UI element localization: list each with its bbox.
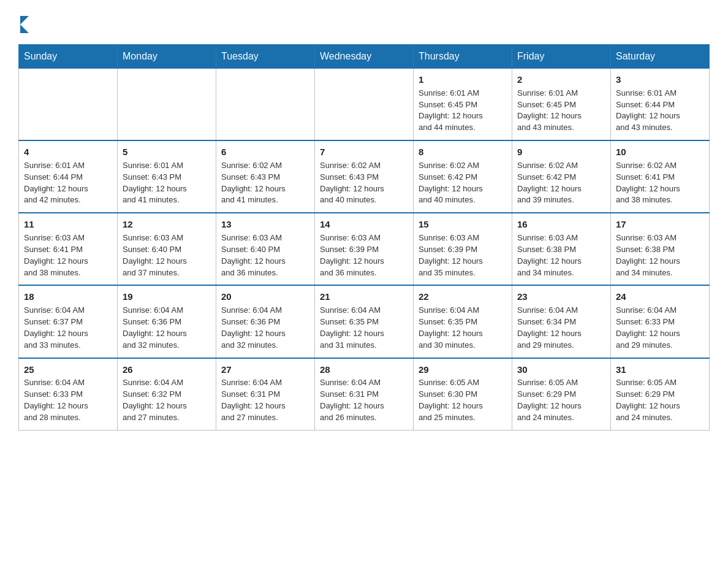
day-info-line: and 40 minutes. (320, 194, 408, 206)
day-info-line: and 24 minutes. (517, 412, 605, 424)
weekday-header-monday: Monday (118, 45, 216, 69)
day-info-line: Daylight: 12 hours (419, 256, 507, 267)
day-info-line: Sunset: 6:30 PM (419, 389, 507, 400)
day-number: 16 (517, 218, 605, 231)
day-info-line: Daylight: 12 hours (616, 328, 704, 340)
day-info-line: Sunrise: 6:02 AM (221, 160, 309, 172)
day-number: 31 (616, 363, 704, 377)
day-info-line: Sunrise: 6:02 AM (517, 160, 605, 172)
day-info-line: Sunrise: 6:04 AM (24, 377, 112, 389)
day-number: 19 (123, 290, 211, 304)
day-info-line: Daylight: 12 hours (320, 400, 408, 412)
day-info-line: Daylight: 12 hours (123, 328, 211, 340)
calendar-cell (216, 69, 315, 141)
day-info-line: Sunset: 6:40 PM (221, 244, 309, 256)
calendar-table: SundayMondayTuesdayWednesdayThursdayFrid… (18, 44, 710, 431)
day-info-line: Sunrise: 6:03 AM (419, 232, 507, 244)
calendar-cell: 29Sunrise: 6:05 AMSunset: 6:30 PMDayligh… (414, 358, 512, 431)
day-number: 21 (320, 290, 408, 304)
day-info-line: Sunset: 6:31 PM (320, 389, 408, 400)
day-number: 28 (320, 363, 408, 377)
day-number: 17 (616, 218, 704, 231)
day-number: 20 (221, 290, 309, 304)
calendar-cell: 6Sunrise: 6:02 AMSunset: 6:43 PMDaylight… (216, 140, 315, 213)
weekday-header-row: SundayMondayTuesdayWednesdayThursdayFrid… (19, 45, 710, 69)
day-info-line: Sunset: 6:41 PM (616, 172, 704, 183)
day-info-line: Sunset: 6:44 PM (24, 172, 112, 183)
calendar-cell (315, 69, 414, 141)
day-info-line: and 24 minutes. (616, 412, 704, 424)
calendar-cell: 12Sunrise: 6:03 AMSunset: 6:40 PMDayligh… (118, 213, 216, 285)
day-info-line: and 30 minutes. (419, 340, 507, 351)
day-info-line: Daylight: 12 hours (419, 183, 507, 195)
day-info-line: Sunset: 6:29 PM (517, 389, 605, 400)
day-info-line: Sunrise: 6:04 AM (221, 377, 309, 389)
day-info-line: and 26 minutes. (320, 412, 408, 424)
day-number: 26 (123, 363, 211, 377)
day-info-line: Sunset: 6:32 PM (123, 389, 211, 400)
day-number: 27 (221, 363, 309, 377)
day-number: 29 (419, 363, 507, 377)
calendar-cell (118, 69, 216, 141)
calendar-cell: 14Sunrise: 6:03 AMSunset: 6:39 PMDayligh… (315, 213, 414, 285)
day-info-line: Sunrise: 6:02 AM (419, 160, 507, 172)
day-info-line: Daylight: 12 hours (517, 328, 605, 340)
day-info-line: Sunset: 6:45 PM (517, 99, 605, 111)
day-info-line: and 25 minutes. (419, 412, 507, 424)
day-info-line: Sunset: 6:43 PM (123, 172, 211, 183)
logo (18, 15, 29, 33)
day-info-line: Daylight: 12 hours (616, 400, 704, 412)
weekday-header-friday: Friday (512, 45, 611, 69)
day-info-line: and 35 minutes. (419, 267, 507, 279)
calendar-cell: 31Sunrise: 6:05 AMSunset: 6:29 PMDayligh… (611, 358, 710, 431)
calendar-cell: 19Sunrise: 6:04 AMSunset: 6:36 PMDayligh… (118, 285, 216, 358)
day-number: 18 (24, 290, 112, 304)
calendar-cell: 10Sunrise: 6:02 AMSunset: 6:41 PMDayligh… (611, 140, 710, 213)
day-info-line: Sunrise: 6:03 AM (221, 232, 309, 244)
weekday-header-wednesday: Wednesday (315, 45, 414, 69)
calendar-cell: 27Sunrise: 6:04 AMSunset: 6:31 PMDayligh… (216, 358, 315, 431)
day-number: 23 (517, 290, 605, 304)
day-info-line: Sunrise: 6:02 AM (320, 160, 408, 172)
day-info-line: Daylight: 12 hours (320, 183, 408, 195)
calendar-cell: 23Sunrise: 6:04 AMSunset: 6:34 PMDayligh… (512, 285, 611, 358)
calendar-cell: 16Sunrise: 6:03 AMSunset: 6:38 PMDayligh… (512, 213, 611, 285)
day-number: 7 (320, 145, 408, 159)
day-info-line: Daylight: 12 hours (517, 256, 605, 267)
day-info-line: Daylight: 12 hours (320, 256, 408, 267)
day-info-line: Daylight: 12 hours (517, 183, 605, 195)
day-info-line: Sunrise: 6:01 AM (517, 88, 605, 99)
day-number: 5 (123, 145, 211, 159)
day-info-line: Sunset: 6:35 PM (320, 316, 408, 328)
day-info-line: Daylight: 12 hours (24, 183, 112, 195)
weekday-header-saturday: Saturday (611, 45, 710, 69)
day-info-line: Sunset: 6:36 PM (123, 316, 211, 328)
calendar-cell: 22Sunrise: 6:04 AMSunset: 6:35 PMDayligh… (414, 285, 512, 358)
day-info-line: Daylight: 12 hours (517, 110, 605, 122)
day-info-line: and 31 minutes. (320, 340, 408, 351)
day-info-line: and 32 minutes. (123, 340, 211, 351)
day-info-line: Sunset: 6:35 PM (419, 316, 507, 328)
day-info-line: Sunset: 6:43 PM (320, 172, 408, 183)
day-info-line: Sunset: 6:42 PM (419, 172, 507, 183)
day-info-line: Daylight: 12 hours (616, 183, 704, 195)
day-info-line: Sunrise: 6:04 AM (221, 305, 309, 316)
calendar-week-row: 18Sunrise: 6:04 AMSunset: 6:37 PMDayligh… (19, 285, 710, 358)
day-number: 22 (419, 290, 507, 304)
day-info-line: and 27 minutes. (123, 412, 211, 424)
day-info-line: Sunrise: 6:04 AM (123, 305, 211, 316)
day-number: 6 (221, 145, 309, 159)
day-info-line: Daylight: 12 hours (123, 256, 211, 267)
calendar-cell: 9Sunrise: 6:02 AMSunset: 6:42 PMDaylight… (512, 140, 611, 213)
day-info-line: Sunset: 6:33 PM (616, 316, 704, 328)
day-info-line: Sunrise: 6:05 AM (419, 377, 507, 389)
calendar-cell: 4Sunrise: 6:01 AMSunset: 6:44 PMDaylight… (19, 140, 118, 213)
day-info-line: Daylight: 12 hours (419, 400, 507, 412)
day-info-line: Sunset: 6:36 PM (221, 316, 309, 328)
weekday-header-tuesday: Tuesday (216, 45, 315, 69)
day-info-line: Sunset: 6:33 PM (24, 389, 112, 400)
day-info-line: Daylight: 12 hours (419, 110, 507, 122)
calendar-cell (19, 69, 118, 141)
day-info-line: and 41 minutes. (123, 194, 211, 206)
calendar-week-row: 25Sunrise: 6:04 AMSunset: 6:33 PMDayligh… (19, 358, 710, 431)
